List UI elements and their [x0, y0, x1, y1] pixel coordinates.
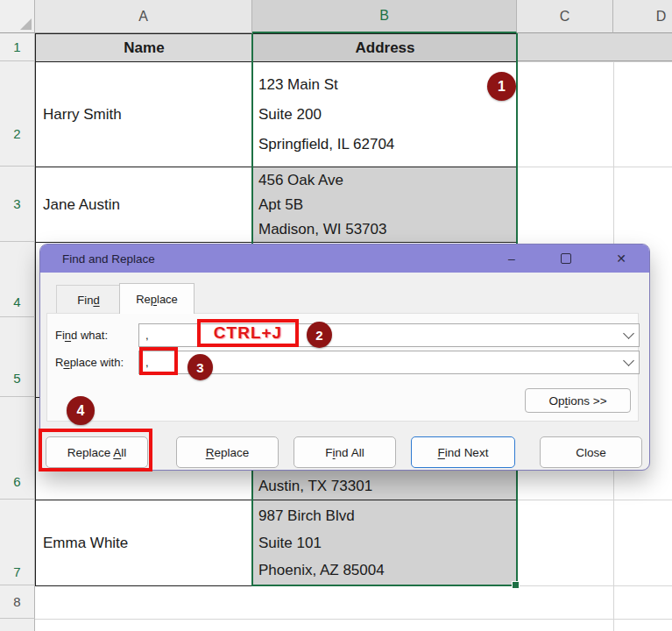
find-what-value: ,	[145, 329, 149, 342]
tab-find[interactable]: Find	[56, 285, 121, 315]
column-header-a[interactable]: A	[35, 0, 252, 33]
find-all-button[interactable]: Find All	[294, 436, 396, 468]
row-number: 4	[13, 294, 20, 309]
row-number: 7	[13, 564, 20, 579]
step-badge-3: 3	[187, 354, 213, 380]
chevron-down-icon	[623, 355, 634, 366]
excel-spreadsheet: A B C D 1 2 3 4 5 6 7 8 9 Name Address H…	[0, 0, 672, 631]
cell-text: Harry Smith	[43, 106, 252, 124]
gridline	[35, 619, 672, 620]
selection-border-bottom	[251, 585, 518, 586]
fill-handle[interactable]	[512, 581, 520, 589]
column-header-b[interactable]: B	[252, 0, 517, 33]
step-badge-1: 1	[487, 72, 516, 101]
maximize-icon	[561, 253, 571, 264]
replace-button[interactable]: Replace	[176, 436, 279, 468]
close-button[interactable]: Close	[540, 436, 642, 468]
address-line: Apt 5B	[258, 193, 517, 217]
replace-with-dropdown-button[interactable]	[619, 351, 639, 373]
row-header-3[interactable]: 3	[0, 167, 35, 242]
cell-b1-address-header[interactable]: Address	[252, 33, 518, 62]
row-header-9[interactable]: 9	[0, 619, 35, 631]
row-number: 9	[13, 627, 20, 631]
select-all-triangle-icon	[20, 18, 32, 30]
cell-a3[interactable]: Jane Austin	[35, 167, 253, 243]
cell-a2[interactable]: Harry Smith	[35, 61, 253, 167]
row-header-5[interactable]: 5	[0, 317, 35, 397]
address-line: Madison, WI 53703	[258, 217, 517, 242]
replace-with-combobox[interactable]: ,	[138, 351, 640, 374]
row-number: 2	[13, 126, 20, 141]
replace-with-label: Replace with:	[55, 356, 124, 369]
row-number: 8	[13, 594, 20, 609]
gridline	[517, 500, 672, 500]
row-header-6[interactable]: 6	[0, 397, 35, 500]
cell-text: Emma White	[43, 535, 252, 552]
address-line: Suite 200	[258, 100, 517, 130]
column-letter: D	[656, 9, 667, 25]
row-number: 6	[13, 474, 20, 489]
cell-text: Address	[355, 39, 414, 57]
row-header-8[interactable]: 8	[0, 585, 35, 619]
step-badge-2: 2	[307, 322, 332, 348]
gridline	[517, 61, 672, 62]
window-close-button[interactable]: ✕	[606, 245, 636, 273]
address-line: 987 Birch Blvd	[258, 502, 517, 529]
address-line: 123 Main St	[258, 70, 517, 100]
minimize-icon: –	[508, 252, 515, 266]
select-all-corner[interactable]	[0, 0, 35, 33]
tab-replace[interactable]: Replace	[119, 283, 195, 314]
gridline	[517, 167, 672, 167]
address-line: Suite 101	[258, 529, 517, 557]
cell-b7[interactable]: 987 Birch Blvd Suite 101 Phoenix, AZ 850…	[252, 500, 518, 586]
gridline	[517, 585, 672, 586]
minimize-button[interactable]: –	[497, 245, 527, 273]
find-next-button[interactable]: Find Next	[411, 436, 515, 468]
column-letter: A	[138, 9, 148, 25]
annotation-box-ctrl-j: CTRL+J	[197, 319, 299, 347]
row-header-4[interactable]: 4	[0, 242, 35, 317]
cell-c1-d1-gray-fill[interactable]	[518, 33, 672, 61]
row-number: 5	[13, 371, 20, 386]
row-header-1[interactable]: 1	[0, 33, 35, 61]
column-letter: C	[560, 9, 570, 25]
find-what-dropdown-button[interactable]	[619, 324, 639, 346]
dialog-titlebar[interactable]: Find and Replace – ✕	[40, 245, 649, 273]
column-letter: B	[379, 8, 389, 24]
address-line: Austin, TX 73301	[258, 478, 517, 495]
cell-a7[interactable]: Emma White	[35, 500, 253, 586]
cell-text: Name	[124, 39, 164, 57]
address-line: Springfield, IL 62704	[258, 130, 517, 160]
chevron-down-icon	[623, 328, 634, 339]
find-what-label: Find what:	[55, 329, 108, 342]
cell-text: Jane Austin	[43, 196, 252, 214]
cell-b2[interactable]: 123 Main St Suite 200 Springfield, IL 62…	[252, 61, 518, 167]
row-header-7[interactable]: 7	[0, 500, 35, 585]
column-header-c[interactable]: C	[517, 0, 613, 33]
cell-a1-name-header[interactable]: Name	[35, 33, 253, 62]
annotation-box-replace-with-value	[139, 347, 178, 375]
row-number: 1	[13, 39, 20, 54]
address-line: Phoenix, AZ 85004	[258, 557, 517, 584]
options-button[interactable]: Options >>	[525, 388, 631, 413]
maximize-button[interactable]	[551, 245, 581, 273]
ctrl-j-annotation-text: CTRL+J	[214, 323, 282, 343]
dialog-title: Find and Replace	[62, 252, 155, 266]
cell-b3[interactable]: 456 Oak Ave Apt 5B Madison, WI 53703	[252, 167, 518, 243]
annotation-box-replace-all	[39, 429, 152, 471]
row-number: 3	[13, 196, 20, 211]
column-header-d[interactable]: D	[613, 0, 672, 33]
step-badge-4: 4	[67, 396, 95, 425]
address-line: 456 Oak Ave	[258, 168, 517, 193]
row-header-2[interactable]: 2	[0, 61, 35, 167]
close-icon: ✕	[616, 252, 626, 266]
